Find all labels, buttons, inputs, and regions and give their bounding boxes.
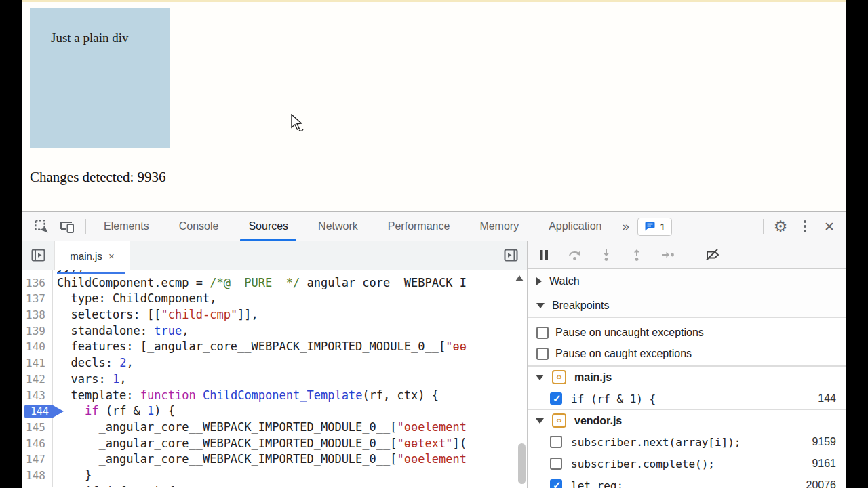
show-debugger-panel-icon[interactable] [504,248,519,263]
tab-sources[interactable]: Sources [233,212,303,241]
issues-count: 1 [660,221,665,232]
code-lines: 135}});136ChildComponent.ecmp = /*@__PUR… [22,270,527,487]
issues-counter[interactable]: 1 [637,218,672,236]
code-text[interactable]: } [53,468,527,484]
settings-gear-icon[interactable]: ⚙ [770,218,791,236]
line-number[interactable]: 139 [22,323,53,340]
code-text[interactable]: if (rf & 1) { [53,403,527,420]
code-text[interactable]: ChildComponent.ecmp = /*@__PURE__*/_angu… [53,275,527,291]
line-number[interactable]: 149 [22,484,53,487]
code-text[interactable]: _angular_core__WEBPACK_IMPORTED_MODULE_0… [53,436,527,452]
more-tabs-icon[interactable]: » [616,212,633,241]
line-number[interactable]: 135 [22,270,53,275]
code-text[interactable]: if (rf & 2) { [53,484,527,487]
debugger-toolbar-separator [690,247,690,262]
code-line: 142 vars: 1, [22,371,527,388]
code-text[interactable]: _angular_core__WEBPACK_IMPORTED_MODULE_0… [53,420,527,436]
pause-script-icon[interactable] [537,248,551,262]
line-number[interactable]: 147 [22,451,53,468]
line-number[interactable]: 138 [22,307,53,323]
line-number[interactable]: 148 [22,468,53,484]
code-line: 145 _angular_core__WEBPACK_IMPORTED_MODU… [22,420,527,436]
code-text[interactable]: }}); [53,270,527,275]
pause-caught-checkbox[interactable] [536,348,549,360]
script-file-icon: ‹› [552,370,566,384]
breakpoint-line-number: 20076 [806,479,837,488]
breakpoint-code[interactable]: subscriber.complete(); [571,458,803,470]
code-text[interactable]: standalone: true, [53,323,527,340]
line-number[interactable]: 141 [22,355,53,371]
breakpoint-item[interactable]: subscriber.complete();9161 [528,453,846,474]
deactivate-breakpoints-icon[interactable] [705,248,721,262]
line-number[interactable]: 146 [22,436,53,452]
tab-elements[interactable]: Elements [89,212,164,241]
pause-caught-row[interactable]: Pause on caught exceptions [528,343,846,364]
breakpoint-item[interactable]: let req;20076 [528,474,846,488]
line-number[interactable]: 137 [22,291,53,307]
line-number[interactable]: 143 [22,388,53,404]
pause-caught-label[interactable]: Pause on caught exceptions [555,348,692,360]
breakpoint-group-mainjs[interactable]: ‹›main.js [528,366,846,388]
breakpoint-item[interactable]: if (rf & 1) {144 [528,388,846,409]
script-file-icon: ‹› [552,413,566,428]
breakpoint-item[interactable]: subscriber.next(array[i]);9159 [528,431,846,453]
device-toolbar-icon[interactable] [57,216,77,237]
breakpoint-code[interactable]: if (rf & 1) { [571,392,809,405]
code-text[interactable]: selectors: [["child-cmp"]], [53,307,527,323]
tab-application[interactable]: Application [534,212,616,241]
show-navigator-icon[interactable] [31,248,46,263]
breakpoint-line-number: 9159 [812,436,836,448]
exception-options: Pause on uncaught exceptions Pause on ca… [528,318,846,366]
breakpoint-code[interactable]: let req; [571,479,797,488]
pause-uncaught-label[interactable]: Pause on uncaught exceptions [555,327,704,339]
watch-label: Watch [549,275,580,287]
line-number[interactable]: 145 [22,420,53,436]
breakpoint-code[interactable]: subscriber.next(array[i]); [571,436,803,449]
close-tab-icon[interactable]: × [108,250,115,262]
code-line: 141 decls: 2, [22,355,527,371]
close-devtools-icon[interactable]: ✕ [819,219,840,235]
breakpoint-group-vendorjs[interactable]: ‹›vendor.js [528,409,846,431]
code-line: 137 type: ChildComponent, [22,291,527,307]
code-line: 148 } [22,468,527,484]
step-over-icon[interactable] [568,248,583,262]
blue-underline [57,272,125,274]
breakpoint-checkbox[interactable] [550,479,562,488]
breakpoints-section-header[interactable]: Breakpoints [528,293,846,318]
devtools-tabs: ElementsConsoleSourcesNetworkPerformance… [89,212,616,241]
breakpoint-checkbox[interactable] [550,392,562,405]
tab-memory[interactable]: Memory [465,212,534,241]
more-options-icon[interactable] [795,220,815,232]
inspect-element-icon[interactable] [31,216,52,237]
code-text[interactable]: type: ChildComponent, [53,291,527,307]
code-line: 143 template: function ChildComponent_Te… [22,388,527,404]
line-number[interactable]: 142 [22,371,53,388]
breakpoint-checkbox[interactable] [550,458,562,470]
step-icon[interactable] [660,248,675,262]
line-number[interactable]: 136 [22,275,53,291]
pause-uncaught-checkbox[interactable] [536,327,549,339]
breakpoint-checkbox[interactable] [550,436,562,448]
code-line: 136ChildComponent.ecmp = /*@__PURE__*/_a… [22,275,527,291]
code-text[interactable]: decls: 2, [53,355,527,371]
editor-pane: main.js × 135}});136ChildCompone [22,241,527,488]
tab-network[interactable]: Network [303,212,373,241]
breakpoint-gutter[interactable]: 144 [22,403,53,420]
code-text[interactable]: vars: 1, [53,371,527,388]
tab-performance[interactable]: Performance [373,212,465,241]
step-out-icon[interactable] [630,248,644,262]
code-text[interactable]: _angular_core__WEBPACK_IMPORTED_MODULE_0… [53,451,527,468]
pause-uncaught-row[interactable]: Pause on uncaught exceptions [528,322,846,343]
toolbar-separator [85,219,86,234]
scrollbar-up-icon[interactable] [515,275,524,281]
code-editor[interactable]: 135}});136ChildComponent.ecmp = /*@__PUR… [22,270,527,487]
tab-console[interactable]: Console [164,212,234,241]
watch-section-header[interactable]: Watch [528,269,846,293]
line-number[interactable]: 140 [22,339,53,355]
code-text[interactable]: features: [_angular_core__WEBPACK_IMPORT… [53,339,527,355]
file-tab-mainjs[interactable]: main.js × [54,241,130,270]
chevron-right-icon [536,277,542,285]
code-text[interactable]: template: function ChildComponent_Templa… [53,388,527,404]
step-into-icon[interactable] [599,248,613,262]
scrollbar-thumb[interactable] [518,443,526,484]
